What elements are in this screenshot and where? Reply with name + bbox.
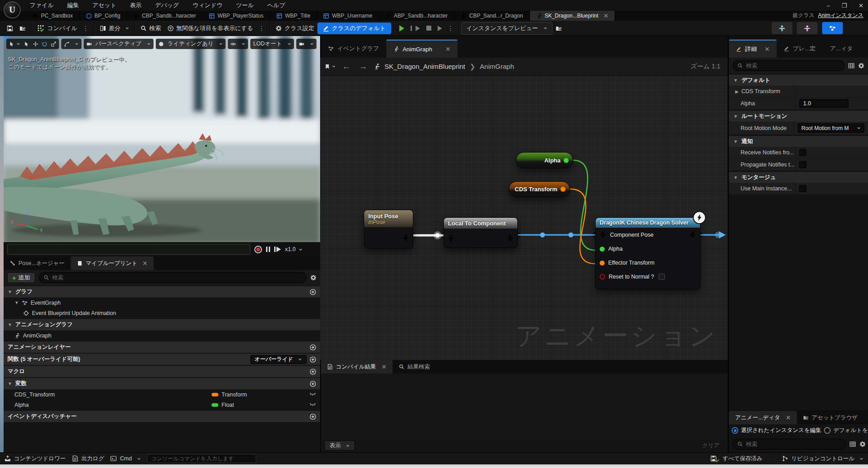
show-flags-dropdown[interactable] bbox=[228, 39, 248, 49]
viewport-select-mode-icon[interactable] bbox=[9, 41, 20, 47]
select-tool-icon[interactable] bbox=[24, 41, 29, 47]
menu-help[interactable]: ヘルプ bbox=[267, 1, 285, 9]
tab-compile-results[interactable]: コンパイル結果 bbox=[321, 360, 393, 374]
tab-event-graph[interactable]: イベントグラフ bbox=[321, 40, 386, 58]
filter-gear-icon[interactable] bbox=[310, 274, 316, 281]
asset-tab-wbp-title[interactable]: WBP_Title bbox=[270, 11, 317, 21]
close-tab-icon[interactable] bbox=[382, 364, 386, 369]
tab-preview-settings[interactable]: プレ...定 bbox=[777, 40, 823, 58]
add-graph-icon[interactable] bbox=[310, 289, 316, 295]
perspective-dropdown[interactable]: パースペクティブ bbox=[84, 39, 154, 49]
tab-anim-preview-editor[interactable]: アニメー...ディタ bbox=[729, 411, 797, 424]
add-variable-icon[interactable] bbox=[310, 381, 316, 387]
restore-icon[interactable]: ❐ bbox=[841, 2, 847, 9]
close-tab-icon[interactable] bbox=[765, 47, 769, 51]
show-dropdown[interactable]: 表示 bbox=[325, 441, 355, 450]
skeleton-mode-button[interactable] bbox=[772, 22, 792, 34]
root-motion-mode-dropdown[interactable]: Root Motion from M bbox=[798, 123, 864, 133]
override-dropdown[interactable]: オーバーライド bbox=[250, 355, 307, 364]
save-all-status[interactable]: すべて保存済み bbox=[710, 455, 763, 463]
tab-animgraph[interactable]: AnimGraph bbox=[386, 40, 457, 58]
find-button[interactable]: 検索 bbox=[137, 22, 164, 34]
hide-unrelated-options-icon[interactable]: ⋮ bbox=[256, 25, 267, 32]
add-layer-icon[interactable] bbox=[310, 344, 316, 351]
rotate-tool-icon[interactable] bbox=[42, 41, 47, 47]
variable-row-alpha[interactable]: Alpha Float bbox=[4, 400, 320, 410]
record-button[interactable] bbox=[254, 246, 262, 253]
section-notifies[interactable]: ▼通知 bbox=[729, 136, 868, 147]
back-icon[interactable]: ← bbox=[340, 62, 353, 72]
asset-tab-pc-sandbox[interactable]: PC_Sandbox bbox=[26, 11, 80, 21]
console-command-input[interactable] bbox=[147, 454, 256, 463]
mesh-mode-button[interactable] bbox=[797, 22, 818, 34]
menu-asset[interactable]: アセット bbox=[92, 1, 116, 9]
pin-alpha-output[interactable] bbox=[564, 158, 569, 163]
item-animgraph[interactable]: AnimGraph bbox=[4, 330, 320, 341]
move-tool-icon[interactable] bbox=[33, 41, 38, 47]
section-montage[interactable]: ▼モンタージュ bbox=[729, 172, 868, 183]
pin-reset-to-normal-input[interactable] bbox=[600, 274, 605, 279]
preview-editor-search[interactable] bbox=[732, 439, 846, 450]
tab-pose-manager[interactable]: Pose...ネージャー bbox=[4, 256, 71, 270]
tab-asset-editor[interactable]: ア...ィタ bbox=[823, 40, 860, 58]
pin-pose-input[interactable] bbox=[448, 235, 454, 242]
details-search[interactable] bbox=[732, 60, 845, 71]
node-dragonik-solver[interactable]: DragonIK Chinese Dragon Solver Component… bbox=[595, 217, 701, 289]
parent-class-link[interactable]: Animインスタンス bbox=[818, 12, 863, 19]
compile-button[interactable]: コンパイル bbox=[34, 22, 81, 34]
lit-mode-dropdown[interactable]: ライティングあり bbox=[156, 39, 226, 49]
stop-button[interactable] bbox=[423, 24, 434, 32]
section-macros[interactable]: マクロ bbox=[4, 366, 320, 377]
frame-skip-button[interactable] bbox=[407, 24, 423, 33]
display-grid-icon[interactable] bbox=[848, 63, 854, 69]
node-alpha-get[interactable]: Alpha bbox=[516, 152, 573, 168]
asset-tab-cbp-dragon[interactable]: CBP_Sand...r_Dragon bbox=[454, 11, 529, 21]
tab-details[interactable]: 詳細 bbox=[729, 40, 777, 58]
play-options-icon[interactable]: ⋮ bbox=[445, 25, 457, 32]
close-tab-icon[interactable] bbox=[604, 14, 608, 18]
node-input-pose[interactable]: Input Pose InPose bbox=[364, 210, 413, 248]
menu-window[interactable]: ウィンドウ bbox=[193, 1, 223, 9]
pin-alpha-input[interactable] bbox=[600, 247, 605, 252]
class-settings-button[interactable]: クラス設定 bbox=[272, 22, 317, 34]
advance-button[interactable] bbox=[434, 24, 445, 33]
output-log-button[interactable]: 出力ログ bbox=[72, 455, 104, 463]
browse-instance-button[interactable] bbox=[552, 23, 565, 33]
tab-find-results[interactable]: 結果検索 bbox=[393, 360, 436, 374]
asset-tab-abp-character[interactable]: ABP_Sandb...haracter bbox=[379, 11, 454, 21]
add-macro-icon[interactable] bbox=[310, 369, 316, 375]
close-icon[interactable]: ✕ bbox=[859, 2, 863, 9]
reset-to-normal-checkbox[interactable] bbox=[659, 274, 665, 280]
hide-unrelated-button[interactable]: 無関係な項目を非表示にする bbox=[164, 22, 257, 34]
forward-icon[interactable]: → bbox=[357, 62, 369, 72]
pin-pose-output[interactable] bbox=[402, 234, 409, 241]
pin-cds-output[interactable] bbox=[561, 187, 565, 192]
asset-tab-bp-config[interactable]: BP_Config bbox=[80, 11, 127, 21]
class-defaults-button[interactable]: クラスのデフォルト bbox=[317, 22, 391, 34]
add-dispatcher-icon[interactable] bbox=[310, 414, 316, 420]
section-default[interactable]: ▼デフォルト bbox=[729, 75, 868, 86]
settings-gear-icon[interactable] bbox=[858, 63, 864, 69]
minimize-icon[interactable]: – bbox=[827, 2, 830, 9]
close-tab-icon[interactable] bbox=[143, 261, 147, 266]
tab-my-blueprint[interactable]: マイブループリント bbox=[71, 256, 154, 270]
menu-file[interactable]: ファイル bbox=[30, 1, 54, 9]
asset-tab-wbp-username[interactable]: WBP_Username bbox=[317, 11, 379, 21]
section-functions[interactable]: 関数 (5 オーバーライド可能)オーバーライド bbox=[4, 354, 320, 365]
clear-button[interactable]: クリア bbox=[698, 442, 724, 450]
close-tab-icon[interactable] bbox=[786, 415, 791, 420]
receive-notifies-checkbox[interactable] bbox=[799, 149, 806, 156]
scale-tool-icon[interactable] bbox=[51, 41, 56, 47]
asset-tab-cbp-character[interactable]: CBP_Sandb...haracter bbox=[127, 11, 203, 21]
animgraph-canvas[interactable]: アニメーション Alpha CDS Transform Input Pos bbox=[320, 76, 728, 360]
lod-dropdown[interactable]: LODオート bbox=[250, 39, 294, 49]
asset-tab-wbp-playerstatus[interactable]: WBP_PlayerStatus bbox=[203, 11, 270, 21]
variable-row-cds-transform[interactable]: CDS_Transform Transform bbox=[4, 389, 320, 400]
settings-gear-icon[interactable] bbox=[859, 441, 866, 447]
breadcrumb-current[interactable]: AnimGraph bbox=[480, 63, 514, 70]
asset-tab-sk-dragon-blueprint[interactable]: SK_Dragon...Blueprint bbox=[530, 11, 615, 21]
menu-tools[interactable]: ツール bbox=[236, 1, 254, 9]
section-variables[interactable]: ▼変数 bbox=[4, 378, 320, 389]
pin-pose-output[interactable] bbox=[689, 231, 696, 238]
menu-view[interactable]: 表示 bbox=[130, 1, 141, 9]
